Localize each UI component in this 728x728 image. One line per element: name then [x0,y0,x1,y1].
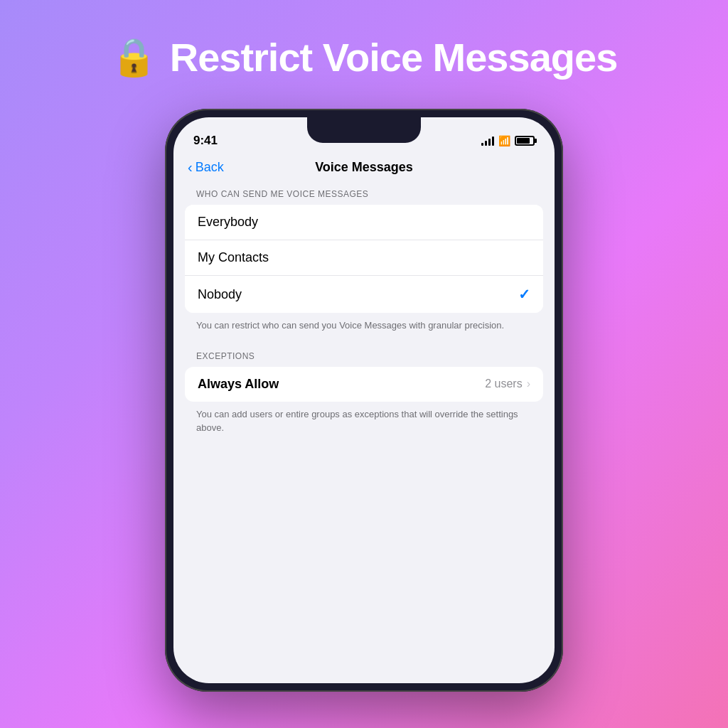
always-allow-label: Always Allow [198,377,279,392]
back-chevron-icon: ‹ [188,159,193,176]
page-title: Restrict Voice Messages [170,34,618,80]
who-section-footnote: You can restrict who can send you Voice … [173,313,555,346]
nav-bar: ‹ Back Voice Messages [173,154,555,183]
back-label[interactable]: Back [196,160,224,175]
options-list: Everybody My Contacts Nobody ✓ [185,205,543,313]
list-item[interactable]: Everybody [185,205,543,240]
exceptions-list: Always Allow 2 users › [185,367,543,402]
signal-icon [481,136,494,146]
status-time: 9:41 [193,134,218,148]
phone-screen: 9:41 📶 ‹ Back Voice Messages [173,117,555,683]
lock-icon: 🔒 [111,36,157,79]
exceptions-user-count: 2 users [485,378,522,390]
who-section-label: WHO CAN SEND ME VOICE MESSAGES [173,189,555,205]
header-title: 🔒 Restrict Voice Messages [111,34,618,80]
exceptions-item-right: 2 users › [485,378,530,390]
chevron-right-icon: › [527,378,530,390]
nobody-option[interactable]: Nobody [198,287,242,302]
selected-checkmark: ✓ [518,286,530,303]
everybody-option[interactable]: Everybody [198,215,258,230]
always-allow-item[interactable]: Always Allow 2 users › [185,367,543,402]
exceptions-section-footnote: You can add users or entire groups as ex… [173,402,555,448]
notch [307,117,421,143]
list-item[interactable]: My Contacts [185,240,543,276]
content-area: WHO CAN SEND ME VOICE MESSAGES Everybody… [173,183,555,454]
status-icons: 📶 [481,135,535,146]
wifi-icon: 📶 [498,135,510,146]
list-item[interactable]: Nobody ✓ [185,276,543,313]
phone-frame: 9:41 📶 ‹ Back Voice Messages [165,109,563,692]
my-contacts-option[interactable]: My Contacts [198,250,269,265]
exceptions-section-label: EXCEPTIONS [173,346,555,367]
battery-icon [515,136,535,146]
nav-title: Voice Messages [315,160,413,175]
back-button[interactable]: ‹ Back [188,159,224,176]
